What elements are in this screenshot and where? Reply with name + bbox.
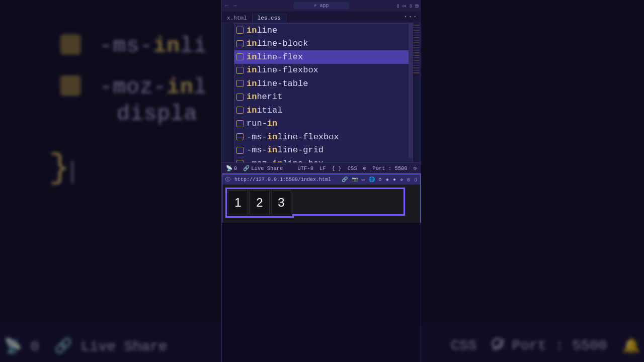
value-kind-icon	[236, 53, 244, 60]
layout-primary-sidebar-icon[interactable]: ▯	[396, 3, 400, 9]
autocomplete-label: initial	[247, 106, 282, 115]
bg-line-3: displa	[117, 102, 197, 126]
value-kind-icon	[236, 120, 244, 127]
autocomplete-item[interactable]: inherit	[234, 90, 413, 104]
bg-brace: }	[49, 148, 70, 188]
braces-icon: { }	[332, 165, 342, 171]
flex-item-1: 1	[228, 190, 248, 215]
diamond-icon[interactable]: ◈	[386, 176, 389, 183]
value-kind-icon	[236, 147, 244, 154]
titlebar: ← → ⌕ app ▯ ▭ ▯ ⊞	[222, 0, 421, 11]
editor-window: ← → ⌕ app ▯ ▭ ▯ ⊞ x.html les.css ··· 6 7	[221, 0, 421, 362]
camera-icon[interactable]: 📷	[352, 176, 358, 183]
statusbar-encoding[interactable]: UTF-8	[297, 165, 313, 171]
autocomplete-label: inline-table	[247, 79, 308, 88]
browser-toolbar: ⓘ http://127.0.0.1:5500/index.html 🔗 📷 ▭…	[222, 174, 420, 185]
tab-label-2: les.css	[258, 15, 281, 21]
layout-customize-icon[interactable]: ⊞	[415, 3, 419, 9]
bg-status-lang: CSS	[451, 337, 476, 353]
autocomplete-label: inline	[247, 26, 277, 35]
statusbar-lang[interactable]: { } CSS	[332, 165, 357, 171]
value-kind-icon	[236, 27, 244, 34]
tab-overflow-icon[interactable]: ···	[404, 13, 418, 21]
value-kind-icon	[236, 133, 244, 140]
bg-status-port: Port : 5500	[512, 337, 607, 353]
autocomplete-item[interactable]: -moz-inline-box	[234, 157, 413, 162]
autocomplete-item[interactable]: inline-block	[234, 37, 413, 51]
globe-icon[interactable]: 🌐	[369, 176, 375, 183]
autocomplete-scrollbar[interactable]	[409, 24, 413, 158]
autocomplete-item[interactable]: -ms-inline-grid	[234, 144, 413, 157]
browser-viewport[interactable]: 1 2 3	[222, 185, 420, 224]
command-center-label: app	[320, 3, 329, 9]
autocomplete-item[interactable]: run-in	[234, 117, 413, 131]
bg-line-2-match: in	[167, 75, 193, 100]
bg-status-liveshare: Live Share	[81, 338, 167, 354]
statusbar: 📡 0 🔗 Live Share UTF-8 LF { } CSS ⊘ Port…	[222, 162, 421, 173]
autocomplete-label: -ms-inline-flexbox	[247, 132, 339, 142]
flower-icon[interactable]: ✲	[400, 176, 403, 183]
statusbar-port[interactable]: ⊘ Port : 5500	[363, 165, 408, 171]
tab-icon[interactable]: ▭	[362, 176, 365, 183]
statusbar-liveshare-label: Live Share	[251, 165, 283, 171]
autocomplete-item[interactable]: inline	[234, 24, 413, 37]
autocomplete-label: run-in	[247, 119, 277, 128]
no-entry-icon: ⊘	[363, 165, 366, 171]
bg-line-1-post: li	[180, 34, 207, 58]
value-kind-icon	[236, 94, 244, 101]
link-icon[interactable]: 🔗	[342, 176, 348, 183]
browser-url[interactable]: http://127.0.0.1:5500/index.html	[234, 177, 331, 183]
statusbar-broadcast-icon[interactable]: ⎋	[414, 165, 417, 171]
gear-icon[interactable]: ⚙	[379, 176, 382, 183]
autocomplete-item[interactable]: inline-table	[234, 77, 413, 90]
preview-empty-area	[222, 223, 421, 362]
statusbar-lang-label: CSS	[348, 165, 357, 171]
autocomplete-item[interactable]: -ms-inline-flexbox	[234, 130, 413, 144]
tab-label-1: x.html	[227, 15, 247, 21]
tabbar: x.html les.css ···	[222, 11, 421, 23]
value-kind-icon	[236, 67, 244, 74]
autocomplete-item[interactable]: initial	[234, 104, 413, 117]
line-gutter: 6 7	[222, 23, 232, 162]
layout-secondary-sidebar-icon[interactable]: ▯	[409, 3, 413, 9]
autocomplete-label: inline-flexbox	[247, 65, 318, 75]
bg-status-errors: 0	[30, 338, 39, 354]
nav-forward-icon[interactable]: →	[233, 3, 237, 9]
bg-line-2-pre: -moz-	[100, 75, 167, 100]
flex-container: 1 2 3	[225, 188, 294, 218]
statusbar-remote[interactable]: 📡 0	[226, 165, 237, 171]
autocomplete-item[interactable]: inline-flex	[234, 50, 413, 64]
autocomplete-label: inline-block	[247, 39, 308, 48]
info-icon[interactable]: ⓘ	[225, 176, 230, 183]
titlebar-nav: ← →	[225, 3, 236, 9]
bg-line-1-match: in	[153, 34, 180, 58]
flex-item-3: 3	[271, 190, 291, 215]
value-kind-icon	[236, 107, 244, 114]
flex-container-remainder	[292, 188, 405, 216]
statusbar-port-label: Port : 5500	[372, 165, 407, 171]
statusbar-liveshare[interactable]: 🔗 Live Share	[243, 165, 283, 171]
target-icon[interactable]: ◎	[407, 176, 410, 183]
value-kind-icon	[236, 80, 244, 87]
bg-line-1-pre: -ms-	[100, 34, 153, 58]
tab-index-html[interactable]: x.html	[222, 13, 253, 23]
tab-styles-css[interactable]: les.css	[253, 13, 286, 23]
flex-item-2: 2	[250, 190, 270, 215]
autocomplete-item[interactable]: inline-flexbox	[234, 64, 413, 77]
autocomplete-label: inline-flex	[247, 52, 303, 62]
nav-back-icon[interactable]: ←	[225, 3, 228, 9]
preview-browser: ⓘ http://127.0.0.1:5500/index.html 🔗 📷 ▭…	[222, 173, 421, 223]
dot1-icon[interactable]: ●	[393, 177, 396, 183]
panel-icon[interactable]: ▯	[414, 176, 417, 183]
value-kind-icon	[236, 160, 244, 162]
autocomplete-popup[interactable]: inlineinline-blockinline-flexinline-flex…	[234, 23, 413, 162]
value-kind-icon	[236, 40, 244, 47]
bg-line-2-post: l	[194, 75, 207, 100]
autocomplete-label: -ms-inline-grid	[247, 145, 324, 155]
command-center[interactable]: ⌕ app	[293, 2, 349, 9]
layout-panel-icon[interactable]: ▭	[403, 3, 406, 9]
statusbar-errors: 0	[234, 165, 237, 171]
editor[interactable]: 6 7 display : in ; } inlineinline-blocki…	[222, 23, 421, 162]
search-icon: ⌕	[313, 3, 316, 9]
statusbar-eol[interactable]: LF	[319, 165, 326, 171]
